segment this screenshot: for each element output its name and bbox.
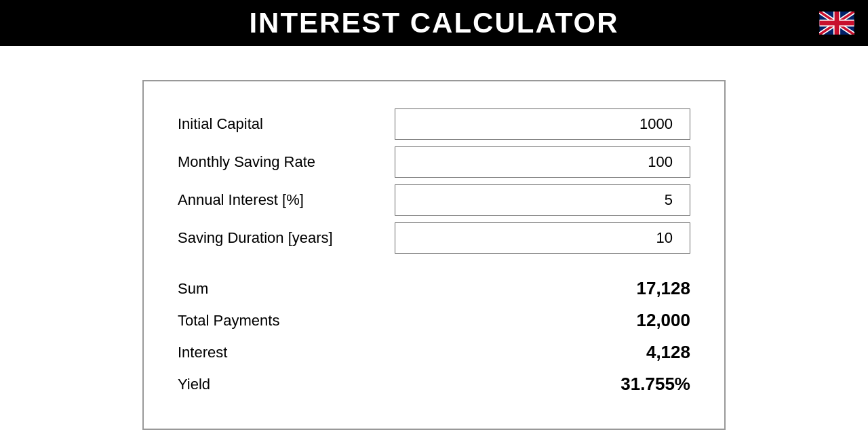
monthly-saving-rate-label: Monthly Saving Rate — [178, 153, 395, 171]
yield-value: 31.755% — [395, 374, 690, 395]
initial-capital-row: Initial Capital — [178, 108, 690, 140]
language-flag[interactable] — [819, 12, 854, 35]
svg-rect-8 — [820, 21, 854, 26]
yield-label: Yield — [178, 376, 395, 393]
saving-duration-input[interactable] — [395, 222, 690, 254]
app-header: INTEREST CALCULATOR — [0, 0, 868, 46]
saving-duration-label: Saving Duration [years] — [178, 229, 395, 247]
interest-value: 4,128 — [395, 342, 690, 363]
sum-label: Sum — [178, 280, 395, 298]
interest-label: Interest — [178, 344, 395, 361]
total-payments-value: 12,000 — [395, 310, 690, 331]
monthly-saving-rate-row: Monthly Saving Rate — [178, 146, 690, 178]
annual-interest-row: Annual Interest [%] — [178, 184, 690, 216]
sum-row: Sum 17,128 — [178, 278, 690, 299]
page-title: INTEREST CALCULATOR — [249, 7, 618, 39]
saving-duration-row: Saving Duration [years] — [178, 222, 690, 254]
interest-row: Interest 4,128 — [178, 342, 690, 363]
uk-flag-icon — [819, 12, 854, 35]
annual-interest-label: Annual Interest [%] — [178, 191, 395, 209]
yield-row: Yield 31.755% — [178, 374, 690, 395]
sum-value: 17,128 — [395, 278, 690, 299]
initial-capital-input[interactable] — [395, 108, 690, 140]
total-payments-row: Total Payments 12,000 — [178, 310, 690, 331]
total-payments-label: Total Payments — [178, 312, 395, 330]
annual-interest-input[interactable] — [395, 184, 690, 216]
calculator-box: Initial Capital Monthly Saving Rate Annu… — [142, 80, 726, 430]
monthly-saving-rate-input[interactable] — [395, 146, 690, 178]
main-content: Initial Capital Monthly Saving Rate Annu… — [0, 46, 868, 430]
initial-capital-label: Initial Capital — [178, 115, 395, 133]
